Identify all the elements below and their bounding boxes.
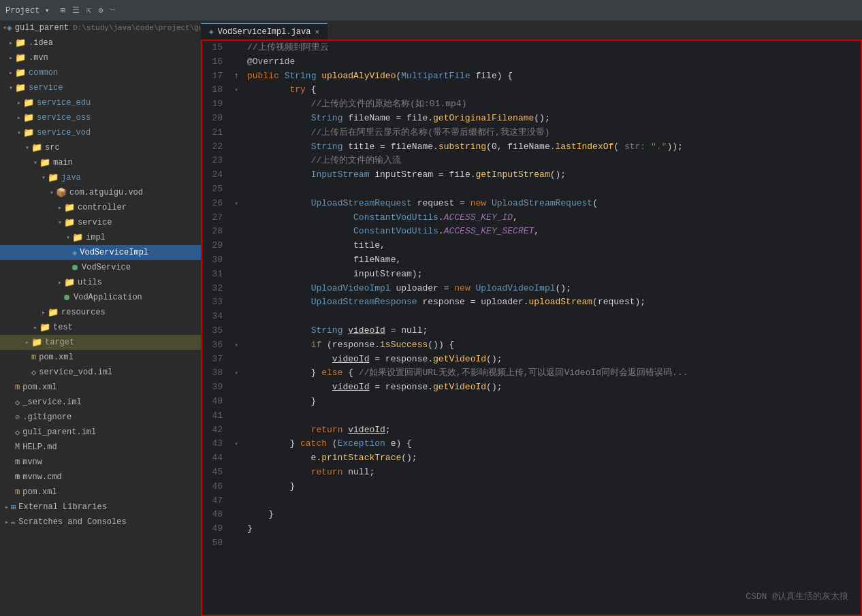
sidebar-item-src[interactable]: ▾ 📁 src xyxy=(0,140,201,155)
sidebar-item-pom-vod[interactable]: m pom.xml xyxy=(0,350,201,365)
collapse-icon[interactable]: ⇱ xyxy=(86,5,91,16)
line-code-39: videoId = response.getVideoId(); xyxy=(243,380,861,395)
line-code-45: return null; xyxy=(243,466,861,480)
fold-26[interactable]: ▾ xyxy=(234,200,238,208)
fold-43[interactable]: ▾ xyxy=(234,440,238,448)
code-line-28: 28 ConstantVodUtils.ACCESS_KEY_SECRET, xyxy=(202,225,861,239)
line-code-38: } else { //如果设置回调URL无效,不影响视频上传,可以返回Video… xyxy=(243,366,861,380)
gutter-50 xyxy=(229,536,243,551)
gutter-30 xyxy=(229,253,243,268)
line-num-44: 44 xyxy=(202,451,229,466)
sidebar-item-common[interactable]: ▸ 📁 common xyxy=(0,65,201,80)
line-num-41: 41 xyxy=(202,409,229,423)
settings-icon[interactable]: ⚙ xyxy=(98,5,103,16)
code-line-22: 22 String title = fileName.substring(0, … xyxy=(202,140,861,155)
code-line-32: 32 UploadVideoImpl uploader = new Upload… xyxy=(202,282,861,296)
folder-icon-idea: 📁 xyxy=(15,37,26,48)
sidebar-item-com-atguigu-vod[interactable]: ▾ 📦 com.atguigu.vod xyxy=(0,185,201,200)
line-num-31: 31 xyxy=(202,268,229,282)
code-line-42: 42 return videoId; xyxy=(202,423,861,438)
line-code-49: } xyxy=(243,522,861,536)
sidebar-item-resources[interactable]: ▸ 📁 resources xyxy=(0,305,201,320)
sidebar-item-target[interactable]: ▸ 📁 target xyxy=(0,335,201,350)
expand-arrow-mvn: ▸ xyxy=(7,54,15,62)
sidebar-item-pom-parent[interactable]: m pom.xml xyxy=(0,380,201,395)
sidebar-item-service-oss[interactable]: ▸ 📁 service_oss xyxy=(0,110,201,125)
sidebar-item-java[interactable]: ▾ 📁 java xyxy=(0,170,201,185)
line-code-41 xyxy=(243,409,861,423)
sidebar-item-mvnw-cmd[interactable]: m mvnw.cmd xyxy=(0,470,201,485)
code-line-48: 48 } xyxy=(202,508,861,522)
sidebar-item-vod-service-impl[interactable]: ◈ VodServiceImpl xyxy=(0,245,201,260)
sidebar-item-external-libs[interactable]: ▸ ⊞ External Libraries xyxy=(0,500,201,515)
sidebar-item-service-iml[interactable]: ◇ _service.iml xyxy=(0,395,201,410)
line-num-45: 45 xyxy=(202,466,229,480)
sidebar-item-test[interactable]: ▸ 📁 test xyxy=(0,320,201,335)
sidebar-item-service-pkg[interactable]: ▾ 📁 service xyxy=(0,215,201,230)
line-num-27: 27 xyxy=(202,211,229,225)
tab-bar: ◈ VodServiceImpl.java ✕ xyxy=(201,20,862,39)
sidebar-item-vod-service[interactable]: VodService xyxy=(0,260,201,275)
line-num-28: 28 xyxy=(202,225,229,239)
line-num-48: 48 xyxy=(202,508,229,522)
gutter-17: ↑ xyxy=(229,69,243,84)
sidebar-item-controller[interactable]: ▸ 📁 controller xyxy=(0,200,201,215)
tab-vod-service-impl[interactable]: ◈ VodServiceImpl.java ✕ xyxy=(201,23,328,39)
line-num-34: 34 xyxy=(202,310,229,324)
sidebar-item-service-vod-iml[interactable]: ◇ service_vod.iml xyxy=(0,365,201,380)
add-content-icon[interactable]: ⊞ xyxy=(61,5,65,16)
sidebar-item-guli-parent[interactable]: ▾ ◈ guli_parent D:\study\java\code\proje… xyxy=(0,20,201,35)
code-line-35: 35 String videoId = null; xyxy=(202,324,861,338)
sidebar-item-service-edu[interactable]: ▸ 📁 service_edu xyxy=(0,95,201,110)
line-num-29: 29 xyxy=(202,239,229,253)
sidebar-item-mvnw[interactable]: m mvnw xyxy=(0,455,201,470)
gutter-35 xyxy=(229,324,243,338)
fold-38[interactable]: ▾ xyxy=(234,370,238,377)
sidebar-item-idea[interactable]: ▸ 📁 .idea xyxy=(0,35,201,50)
sidebar-item-pom-root[interactable]: m pom.xml xyxy=(0,485,201,500)
sidebar-item-guli-parent-iml[interactable]: ◇ guli_parent.iml xyxy=(0,425,201,440)
sidebar-item-gitignore[interactable]: ⊘ .gitignore xyxy=(0,410,201,425)
line-code-32: UploadVideoImpl uploader = new UploadVid… xyxy=(243,282,861,296)
minimize-icon[interactable]: — xyxy=(110,5,115,16)
gutter-24 xyxy=(229,168,243,182)
fold-36[interactable]: ▾ xyxy=(234,342,238,349)
code-line-18: 18 ▾ try { xyxy=(202,83,861,97)
line-num-40: 40 xyxy=(202,395,229,409)
expand-arrow-main: ▾ xyxy=(31,159,39,167)
line-code-46: } xyxy=(243,480,861,494)
folder-icon-resources: 📁 xyxy=(48,307,59,318)
fold-18[interactable]: ▾ xyxy=(234,86,238,94)
line-code-35: String videoId = null; xyxy=(243,324,861,338)
sidebar-item-mvn[interactable]: ▸ 📁 .mvn xyxy=(0,50,201,65)
sidebar-item-vod-application[interactable]: VodApplication xyxy=(0,290,201,305)
project-label[interactable]: Project ▾ xyxy=(5,5,50,16)
sidebar-item-utils[interactable]: ▸ 📁 utils xyxy=(0,275,201,290)
gutter-42 xyxy=(229,423,243,438)
code-scroll[interactable]: 15 //上传视频到阿里云 16 @Override 17 ↑ pu xyxy=(201,39,862,616)
code-table: 15 //上传视频到阿里云 16 @Override 17 ↑ pu xyxy=(202,41,861,551)
folder-icon-controller: 📁 xyxy=(64,202,75,213)
line-num-46: 46 xyxy=(202,480,229,494)
line-code-24: InputStream inputStream = file.getInputS… xyxy=(243,168,861,182)
sidebar-item-scratches[interactable]: ▸ ✏ Scratches and Consoles xyxy=(0,515,201,530)
line-num-24: 24 xyxy=(202,168,229,182)
list-icon[interactable]: ☰ xyxy=(72,5,80,16)
sidebar-item-service-vod[interactable]: ▾ 📁 service_vod xyxy=(0,125,201,140)
line-num-33: 33 xyxy=(202,295,229,310)
sidebar-item-service[interactable]: ▾ 📁 service xyxy=(0,80,201,95)
line-code-33: UploadStreamResponse response = uploader… xyxy=(243,295,861,310)
expand-arrow-test: ▸ xyxy=(31,323,39,331)
line-code-29: title, xyxy=(243,239,861,253)
tab-close-icon[interactable]: ✕ xyxy=(315,27,319,36)
line-code-37: videoId = response.getVideoId(); xyxy=(243,353,861,367)
line-num-32: 32 xyxy=(202,282,229,296)
gutter-15 xyxy=(229,41,243,55)
folder-icon-vod: 📁 xyxy=(23,127,34,138)
line-code-18: try { xyxy=(243,83,861,97)
line-code-44: e.printStackTrace(); xyxy=(243,451,861,466)
sidebar-item-impl[interactable]: ▾ 📁 impl xyxy=(0,230,201,245)
sidebar-item-main[interactable]: ▾ 📁 main xyxy=(0,155,201,170)
sidebar-item-help-md[interactable]: M HELP.md xyxy=(0,440,201,455)
gutter-45 xyxy=(229,466,243,480)
